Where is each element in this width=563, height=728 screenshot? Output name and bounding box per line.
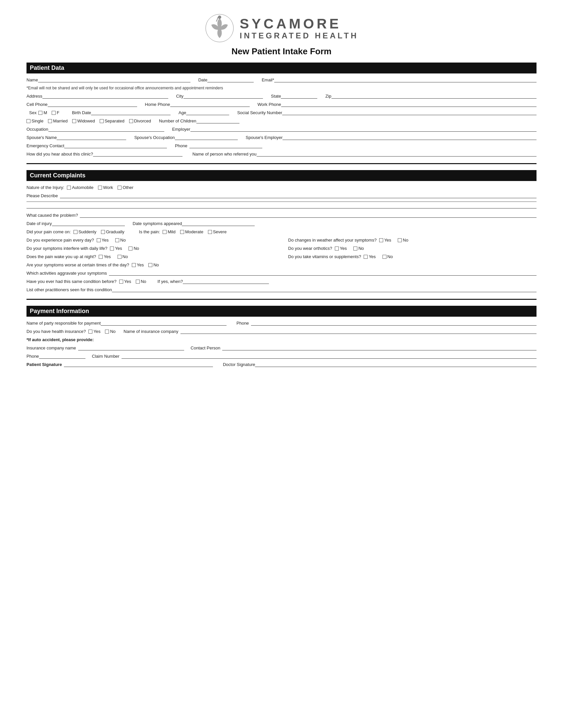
cell-phone-label: Cell Phone bbox=[26, 102, 48, 107]
describe-field[interactable] bbox=[60, 198, 537, 198]
weather-yes[interactable]: Yes bbox=[379, 238, 391, 243]
aggravate-label: Which activities aggravate your symptoms bbox=[26, 271, 107, 276]
wake-night-yes[interactable]: Yes bbox=[99, 254, 111, 259]
symptoms-daily-yes[interactable]: Yes bbox=[110, 246, 122, 251]
spouse-employer-field[interactable] bbox=[283, 140, 537, 140]
home-phone-field[interactable] bbox=[170, 107, 250, 107]
patient-data-header: Patient Data bbox=[26, 63, 537, 73]
married-checkbox[interactable]: Married bbox=[48, 118, 68, 123]
how-hear-field[interactable] bbox=[93, 156, 182, 157]
divorced-checkbox[interactable]: Divorced bbox=[129, 118, 151, 123]
city-field[interactable] bbox=[183, 98, 263, 99]
email-field[interactable] bbox=[274, 82, 537, 82]
wake-night-no[interactable]: No bbox=[117, 254, 128, 259]
auto-accident-label-row: *If auto accident, please provide: bbox=[26, 337, 537, 342]
had-before-no[interactable]: No bbox=[136, 279, 146, 284]
gradually-checkbox[interactable]: Gradually bbox=[101, 229, 124, 234]
insurance-yes[interactable]: Yes bbox=[88, 329, 100, 334]
num-children-label: Number of Children bbox=[159, 118, 196, 123]
spouse-name-field[interactable] bbox=[57, 140, 126, 140]
occupation-field[interactable] bbox=[48, 131, 164, 132]
suddenly-checkbox[interactable]: Suddenly bbox=[73, 229, 96, 234]
birth-date-field[interactable] bbox=[91, 115, 170, 115]
automobile-checkbox[interactable]: Automobile bbox=[67, 185, 93, 190]
had-before-row: Have you ever had this same condition be… bbox=[26, 279, 537, 284]
work-phone-field[interactable] bbox=[281, 107, 537, 107]
vitamins-yes[interactable]: Yes bbox=[364, 254, 376, 259]
date-field[interactable] bbox=[207, 82, 254, 82]
occupation-row: Occupation Employer bbox=[26, 127, 537, 132]
describe-label: Please Describe bbox=[26, 193, 58, 198]
date-label: Date bbox=[198, 77, 207, 82]
contact-person-field[interactable] bbox=[222, 350, 537, 350]
date-symptoms-label: Date symptoms appeared bbox=[133, 221, 182, 226]
worse-times-yes[interactable]: Yes bbox=[132, 262, 144, 267]
orthotics-no[interactable]: No bbox=[353, 246, 364, 251]
date-injury-field[interactable] bbox=[52, 226, 125, 226]
ins-company-name-field[interactable] bbox=[78, 350, 184, 350]
vitamins-no[interactable]: No bbox=[383, 254, 393, 259]
page-header: SYCAMORE INTEGRATED HEALTH New Patient I… bbox=[26, 13, 537, 57]
aggravate-field[interactable] bbox=[109, 275, 537, 276]
doctor-sig-field[interactable] bbox=[255, 367, 537, 367]
cell-phone-field[interactable] bbox=[48, 107, 137, 107]
orthotics-yes[interactable]: Yes bbox=[335, 246, 347, 251]
zip-field[interactable] bbox=[332, 98, 537, 99]
org-name-bottom: INTEGRATED HEALTH bbox=[240, 31, 358, 40]
injury-nature-label: Nature of the Injury: bbox=[26, 185, 64, 190]
separated-checkbox[interactable]: Separated bbox=[100, 118, 124, 123]
sex-m-checkbox[interactable]: M bbox=[38, 110, 47, 115]
sex-f-checkbox[interactable]: F bbox=[52, 110, 59, 115]
ssn-field[interactable] bbox=[282, 115, 537, 115]
patient-data-section: Name Date Email* *Email will not be shar… bbox=[26, 77, 537, 157]
pain-every-day-yes[interactable]: Yes bbox=[97, 238, 109, 243]
sycamore-logo-icon bbox=[205, 13, 234, 43]
spouses-occ-label: Spouse's Occupation bbox=[134, 135, 174, 140]
referred-field[interactable] bbox=[257, 156, 537, 157]
mild-checkbox[interactable]: Mild bbox=[163, 229, 175, 234]
symptoms-daily-row: Do your symptoms interfere with daily li… bbox=[26, 246, 275, 251]
moderate-checkbox[interactable]: Moderate bbox=[180, 229, 203, 234]
if-yes-field[interactable] bbox=[183, 284, 269, 284]
other-checkbox[interactable]: Other bbox=[117, 185, 133, 190]
describe-field2[interactable] bbox=[26, 208, 537, 208]
pain-every-day-yn: Yes No bbox=[97, 238, 130, 243]
employer-field[interactable] bbox=[190, 131, 537, 132]
num-children-field[interactable] bbox=[196, 123, 239, 123]
payment-phone-field[interactable] bbox=[251, 325, 537, 326]
emergency-contact-field[interactable] bbox=[64, 148, 167, 148]
practitioners-field[interactable] bbox=[112, 292, 537, 292]
had-before-yes[interactable]: Yes bbox=[119, 279, 131, 284]
had-before-label: Have you ever had this same condition be… bbox=[26, 279, 117, 284]
name-label: Name bbox=[26, 77, 38, 82]
claim-number-field[interactable] bbox=[121, 358, 537, 359]
insurance-company-field[interactable] bbox=[180, 334, 537, 334]
worse-times-no[interactable]: No bbox=[148, 262, 159, 267]
date-symptoms-field[interactable] bbox=[182, 226, 255, 226]
name-field[interactable] bbox=[38, 82, 190, 82]
employer-label: Employer bbox=[172, 127, 190, 132]
wake-night-yn: Yes No bbox=[99, 254, 132, 259]
section-divider-complaints bbox=[26, 163, 537, 164]
severe-checkbox[interactable]: Severe bbox=[208, 229, 226, 234]
widowed-checkbox[interactable]: Widowed bbox=[72, 118, 95, 123]
phone2-field[interactable] bbox=[39, 358, 85, 359]
work-checkbox[interactable]: Work bbox=[98, 185, 113, 190]
insurance-no[interactable]: No bbox=[105, 329, 116, 334]
patient-sig-field[interactable] bbox=[64, 367, 213, 367]
spouse-occ-field[interactable] bbox=[175, 140, 238, 140]
address-label: Address bbox=[26, 94, 42, 99]
pain-every-day-no[interactable]: No bbox=[115, 238, 126, 243]
payment-header: Payment Information bbox=[26, 306, 537, 317]
single-checkbox[interactable]: Single bbox=[26, 118, 43, 123]
org-name-top: SYCAMORE bbox=[240, 16, 358, 31]
address-field[interactable] bbox=[42, 98, 168, 99]
state-field[interactable] bbox=[281, 98, 317, 99]
responsible-field[interactable] bbox=[101, 325, 226, 326]
yes-no-section: Do you experience pain every day? Yes No… bbox=[26, 238, 537, 262]
cause-field[interactable] bbox=[80, 217, 537, 218]
weather-no[interactable]: No bbox=[398, 238, 408, 243]
age-field[interactable] bbox=[186, 115, 229, 115]
symptoms-daily-no[interactable]: No bbox=[128, 246, 139, 251]
emergency-phone-field[interactable] bbox=[189, 148, 262, 148]
